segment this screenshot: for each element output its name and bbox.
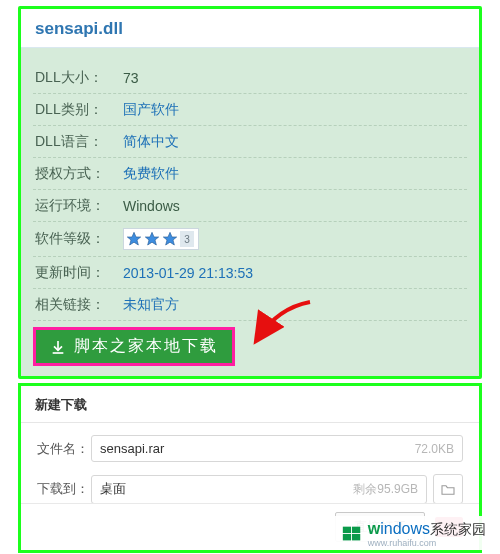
download-button-label: 脚本之家本地下载	[74, 336, 218, 357]
dll-info-panel: sensapi.dll DLL大小： 73 DLL类别： 国产软件 DLL语言：…	[18, 6, 482, 379]
label: DLL类别：	[35, 101, 123, 119]
dialog-body: 文件名： 72.0KB 下载到： 剩余95.9GB	[21, 423, 479, 504]
row-license: 授权方式： 免费软件	[33, 158, 467, 190]
value: 73	[123, 70, 139, 86]
star-icon	[162, 231, 178, 247]
saveto-row: 下载到： 剩余95.9GB	[37, 474, 463, 504]
value-link[interactable]: 国产软件	[123, 101, 179, 119]
row-update-time: 更新时间： 2013-01-29 21:13:53	[33, 257, 467, 289]
filesize-text: 72.0KB	[415, 442, 454, 456]
row-dll-category: DLL类别： 国产软件	[33, 94, 467, 126]
svg-rect-7	[352, 534, 360, 540]
brand-name: indows	[380, 520, 430, 537]
svg-rect-5	[352, 527, 360, 533]
star-rating: 3	[123, 228, 199, 250]
watermark-text: windows系统家园 www.ruhaifu.com	[368, 520, 486, 548]
label: 相关链接：	[35, 296, 123, 314]
download-button[interactable]: 脚本之家本地下载	[36, 330, 232, 363]
label: DLL大小：	[35, 69, 123, 87]
saveto-input[interactable]	[100, 482, 353, 497]
label: 软件等级：	[35, 230, 123, 248]
watermark: windows系统家园 www.ruhaifu.com	[334, 516, 492, 550]
brand-suffix: 系统家园	[430, 521, 486, 537]
saveto-label: 下载到：	[37, 480, 91, 498]
label: DLL语言：	[35, 133, 123, 151]
saveto-field[interactable]: 剩余95.9GB	[91, 475, 427, 504]
filename-label: 文件名：	[37, 440, 91, 458]
row-rating: 软件等级： 3	[33, 222, 467, 257]
filename-input[interactable]	[100, 441, 415, 456]
value: Windows	[123, 198, 180, 214]
windows-logo-icon	[340, 523, 364, 545]
star-icon	[144, 231, 160, 247]
value-link[interactable]: 未知官方	[123, 296, 179, 314]
star-icon	[126, 231, 142, 247]
watermark-url: www.ruhaifu.com	[368, 539, 486, 548]
dialog-title: 新建下载	[21, 386, 479, 423]
label: 运行环境：	[35, 197, 123, 215]
svg-marker-1	[145, 232, 158, 245]
svg-marker-0	[127, 232, 140, 245]
value-link[interactable]: 2013-01-29 21:13:53	[123, 265, 253, 281]
row-related-link: 相关链接： 未知官方	[33, 289, 467, 321]
folder-icon	[440, 482, 456, 496]
value-link[interactable]: 简体中文	[123, 133, 179, 151]
svg-marker-2	[163, 232, 176, 245]
rating-number: 3	[180, 231, 194, 247]
title-bar: sensapi.dll	[21, 9, 479, 48]
brand-prefix: w	[368, 520, 380, 537]
filename-row: 文件名： 72.0KB	[37, 435, 463, 462]
browse-button[interactable]	[433, 474, 463, 504]
label: 更新时间：	[35, 264, 123, 282]
filename-field[interactable]: 72.0KB	[91, 435, 463, 462]
svg-rect-4	[343, 527, 351, 533]
freespace-text: 剩余95.9GB	[353, 481, 418, 498]
row-dll-size: DLL大小： 73	[33, 62, 467, 94]
value-link[interactable]: 免费软件	[123, 165, 179, 183]
page-title: sensapi.dll	[35, 19, 465, 47]
row-dll-language: DLL语言： 简体中文	[33, 126, 467, 158]
info-body: DLL大小： 73 DLL类别： 国产软件 DLL语言： 简体中文 授权方式： …	[21, 48, 479, 376]
label: 授权方式：	[35, 165, 123, 183]
row-os: 运行环境： Windows	[33, 190, 467, 222]
svg-rect-6	[343, 534, 351, 540]
download-arrow-icon	[50, 339, 66, 355]
download-highlight: 脚本之家本地下载	[33, 327, 235, 366]
